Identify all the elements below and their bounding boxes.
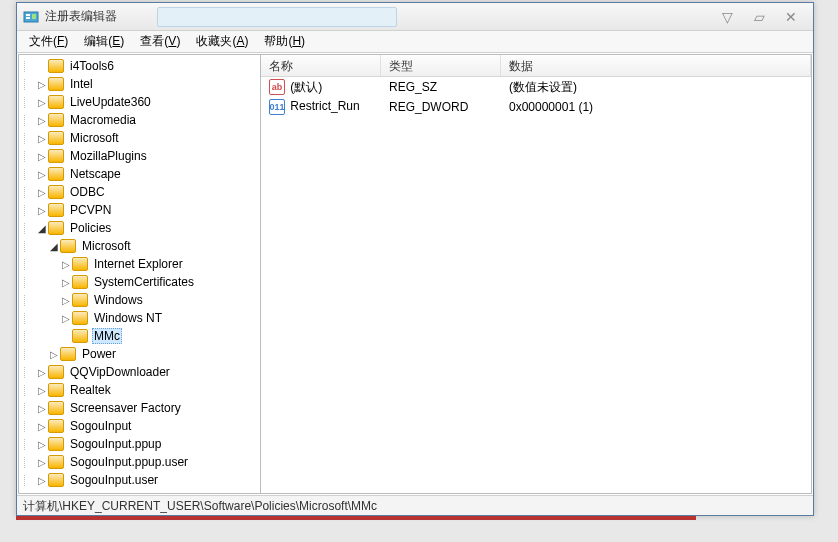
expand-icon[interactable]: ▷ [60, 313, 72, 324]
expand-icon[interactable]: ▷ [36, 439, 48, 450]
expand-icon[interactable]: ▷ [36, 133, 48, 144]
window-buttons: ▽ ▱ ✕ [717, 9, 807, 25]
expand-icon[interactable]: ▷ [36, 385, 48, 396]
expand-icon[interactable]: ▷ [36, 187, 48, 198]
folder-icon [48, 473, 64, 487]
menu-a[interactable]: 收藏夹(A) [188, 31, 256, 52]
folder-icon [48, 437, 64, 451]
svg-rect-3 [32, 14, 36, 19]
expand-icon[interactable]: ▷ [36, 475, 48, 486]
expand-icon[interactable]: ▷ [36, 367, 48, 378]
tree-item[interactable]: ·▷LiveUpdate360 [19, 93, 260, 111]
value-name: Restrict_Run [287, 99, 360, 113]
expand-icon[interactable]: ▷ [36, 79, 48, 90]
collapse-icon[interactable]: ◢ [48, 241, 60, 252]
menu-e[interactable]: 编辑(E) [76, 31, 132, 52]
expand-icon[interactable]: ▷ [36, 205, 48, 216]
status-path: 计算机\HKEY_CURRENT_USER\Software\Policies\… [23, 499, 377, 513]
value-row[interactable]: ab (默认)REG_SZ(数值未设置) [261, 77, 811, 97]
value-type: REG_SZ [381, 80, 501, 94]
tree-label: MMc [92, 328, 122, 344]
folder-icon [48, 203, 64, 217]
tree-item[interactable]: ···MMc [19, 327, 260, 345]
tree-item[interactable]: ···▷SystemCertificates [19, 273, 260, 291]
tree-item[interactable]: ·▷MozillaPlugins [19, 147, 260, 165]
background-ghost [157, 7, 397, 27]
collapse-icon[interactable]: ◢ [36, 223, 48, 234]
tree-label: Intel [68, 77, 95, 91]
tree-label: QQVipDownloader [68, 365, 172, 379]
expand-icon[interactable]: ▷ [60, 259, 72, 270]
tree-item[interactable]: ·▷Realtek [19, 381, 260, 399]
maximize-button[interactable]: ▱ [749, 9, 769, 25]
tree-item[interactable]: ···▷Windows NT [19, 309, 260, 327]
tree-label: Microsoft [68, 131, 121, 145]
folder-icon [48, 149, 64, 163]
tree-item[interactable]: ·▷PCVPN [19, 201, 260, 219]
tree-item[interactable]: ·i4Tools6 [19, 57, 260, 75]
tree-pane[interactable]: ·i4Tools6·▷Intel·▷LiveUpdate360·▷Macrome… [19, 55, 261, 493]
tree-label: Macromedia [68, 113, 138, 127]
tree-label: SystemCertificates [92, 275, 196, 289]
tree-item[interactable]: ·▷SogouInput [19, 417, 260, 435]
menu-h[interactable]: 帮助(H) [256, 31, 313, 52]
tree-item[interactable]: ··◢Microsoft [19, 237, 260, 255]
col-data[interactable]: 数据 [501, 55, 811, 76]
col-name[interactable]: 名称 [261, 55, 381, 76]
tree-item[interactable]: ·▷Screensaver Factory [19, 399, 260, 417]
titlebar[interactable]: 注册表编辑器 ▽ ▱ ✕ [17, 3, 813, 31]
expand-icon[interactable]: ▷ [60, 277, 72, 288]
folder-icon [72, 257, 88, 271]
list-pane[interactable]: 名称 类型 数据 ab (默认)REG_SZ(数值未设置)011 Restric… [261, 55, 811, 493]
tree-item[interactable]: ·◢Policies [19, 219, 260, 237]
folder-icon [48, 77, 64, 91]
tree-item[interactable]: ···▷Internet Explorer [19, 255, 260, 273]
tree-label: SogouInput [68, 419, 133, 433]
col-type[interactable]: 类型 [381, 55, 501, 76]
tree-label: ODBC [68, 185, 107, 199]
tree-item[interactable]: ·▷SogouInput.ppup.user [19, 453, 260, 471]
expand-icon[interactable]: ▷ [60, 295, 72, 306]
value-row[interactable]: 011 Restrict_RunREG_DWORD0x00000001 (1) [261, 97, 811, 117]
expand-icon[interactable]: ▷ [36, 457, 48, 468]
menu-v[interactable]: 查看(V) [132, 31, 188, 52]
value-name: (默认) [287, 80, 322, 94]
expand-icon[interactable]: ▷ [36, 169, 48, 180]
value-type: REG_DWORD [381, 100, 501, 114]
tree-label: Power [80, 347, 118, 361]
tree-item[interactable]: ·▷SogouInput.ppup [19, 435, 260, 453]
folder-icon [48, 113, 64, 127]
expand-icon[interactable]: ▷ [36, 403, 48, 414]
folder-icon [48, 455, 64, 469]
list-header: 名称 类型 数据 [261, 55, 811, 77]
expand-icon[interactable]: ▷ [36, 421, 48, 432]
tree-item[interactable]: ·▷SogouInput.user [19, 471, 260, 489]
tree-label: Windows [92, 293, 145, 307]
tree-item[interactable]: ·▷ODBC [19, 183, 260, 201]
tree-label: SogouInput.user [68, 473, 160, 487]
folder-icon [48, 401, 64, 415]
tree-label: Windows NT [92, 311, 164, 325]
minimize-button[interactable]: ▽ [717, 9, 737, 25]
menu-f[interactable]: 文件(F) [21, 31, 76, 52]
tree-item[interactable]: ·▷Microsoft [19, 129, 260, 147]
svg-rect-1 [26, 14, 30, 16]
tree-item[interactable]: ·▷QQVipDownloader [19, 363, 260, 381]
close-button[interactable]: ✕ [781, 9, 801, 25]
tree-label: LiveUpdate360 [68, 95, 153, 109]
tree-label: SogouInput.ppup [68, 437, 163, 451]
background-edge [16, 516, 696, 520]
folder-icon [60, 239, 76, 253]
tree-item[interactable]: ···▷Windows [19, 291, 260, 309]
tree-item[interactable]: ··▷Power [19, 345, 260, 363]
expand-icon[interactable]: ▷ [36, 97, 48, 108]
expand-icon[interactable]: ▷ [36, 115, 48, 126]
tree-item[interactable]: ·▷Netscape [19, 165, 260, 183]
folder-icon [48, 185, 64, 199]
statusbar: 计算机\HKEY_CURRENT_USER\Software\Policies\… [17, 495, 813, 515]
expand-icon[interactable]: ▷ [48, 349, 60, 360]
expand-icon[interactable]: ▷ [36, 151, 48, 162]
tree-item[interactable]: ·▷Macromedia [19, 111, 260, 129]
tree-label: Screensaver Factory [68, 401, 183, 415]
tree-item[interactable]: ·▷Intel [19, 75, 260, 93]
